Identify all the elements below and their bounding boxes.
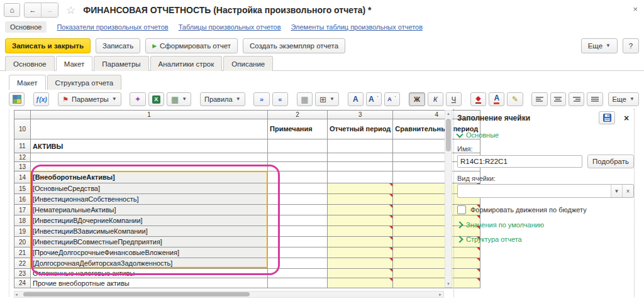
refresh-layout-button[interactable] bbox=[9, 92, 25, 106]
cell-r23c1[interactable]: Отложенные налоговые активы bbox=[31, 269, 268, 278]
align-left-button[interactable] bbox=[531, 92, 547, 106]
forward-button[interactable]: → bbox=[41, 3, 58, 17]
cell-r24c1[interactable]: Прочие внеоборотные активы bbox=[31, 278, 268, 288]
cell-r24c3[interactable] bbox=[328, 278, 393, 288]
section-report-structure[interactable]: Структура отчета bbox=[457, 236, 634, 243]
cell-r21c4[interactable] bbox=[393, 247, 480, 258]
parameters-button[interactable]: ⚑ Параметры ▼ bbox=[58, 92, 121, 106]
generate-report-button[interactable]: ▶ Сформировать отчет bbox=[145, 38, 238, 53]
rules-button[interactable]: Правила ▼ bbox=[200, 92, 245, 106]
cell-r16c2[interactable] bbox=[268, 194, 328, 205]
cell-r19c3[interactable] bbox=[328, 226, 393, 237]
cell-r24c4[interactable] bbox=[393, 278, 480, 288]
horizontal-scrollbar[interactable]: ◄ ► bbox=[14, 291, 444, 298]
name-input[interactable] bbox=[457, 155, 582, 168]
align-right-button[interactable] bbox=[569, 92, 584, 106]
combo-dropdown-icon[interactable]: ▼ bbox=[611, 185, 622, 197]
cell-r22c2[interactable] bbox=[268, 258, 328, 269]
pencil-button[interactable]: ✎ bbox=[507, 92, 523, 106]
expand-all-button[interactable]: » bbox=[253, 92, 269, 106]
col-header-3[interactable]: 3 bbox=[328, 111, 393, 119]
cell-r23c4[interactable] bbox=[393, 269, 480, 278]
cell-r24c2[interactable] bbox=[268, 278, 328, 288]
cell-r12c3[interactable] bbox=[328, 153, 393, 162]
help-button[interactable]: ? bbox=[623, 38, 639, 53]
col-header-2[interactable]: 2 bbox=[268, 111, 328, 119]
more-button[interactable]: Еще ▼ bbox=[581, 38, 618, 53]
cell-r20c3[interactable] bbox=[328, 237, 393, 247]
cell-r13c2[interactable] bbox=[268, 162, 328, 171]
tab-main[interactable]: Основное bbox=[5, 56, 55, 71]
cell-r23c2[interactable] bbox=[268, 269, 328, 278]
scroll-left-icon[interactable]: ◄ bbox=[14, 291, 18, 298]
cell-r17c3[interactable] bbox=[328, 205, 393, 215]
row-header-14[interactable]: 14 bbox=[14, 171, 31, 183]
subtab-report-structure[interactable]: Структура отчета bbox=[47, 75, 122, 90]
cell-r14c2[interactable] bbox=[268, 171, 328, 183]
back-button[interactable]: ← bbox=[25, 3, 41, 17]
row-header-16[interactable]: 16 bbox=[14, 194, 31, 205]
subtab-layout[interactable]: Макет bbox=[9, 75, 46, 90]
cell-kind-combobox[interactable]: ▼ × bbox=[457, 184, 634, 198]
show-names-button[interactable]: ƒ(x) bbox=[33, 92, 49, 106]
row-header-12[interactable]: 12 bbox=[14, 153, 31, 162]
row-header-18[interactable]: 18 bbox=[14, 215, 31, 226]
merge-cells-button[interactable]: ▦ bbox=[297, 92, 313, 106]
nav-link-tables[interactable]: Таблицы произвольных отчетов bbox=[179, 23, 281, 31]
row-header-20[interactable]: 20 bbox=[14, 237, 31, 247]
cell-r13c3[interactable] bbox=[328, 162, 393, 171]
align-justify-button[interactable] bbox=[587, 92, 602, 106]
cell-r15c2[interactable] bbox=[268, 183, 328, 194]
borders-button[interactable]: ⊞ ▼ bbox=[315, 92, 339, 106]
cell-r17c2[interactable] bbox=[268, 205, 328, 215]
panel-save-button[interactable] bbox=[599, 111, 615, 124]
cell-r14c3[interactable] bbox=[328, 171, 393, 183]
text-color-button[interactable]: А bbox=[489, 92, 504, 106]
cell-r15c1[interactable]: [ОсновныеСредства] bbox=[31, 183, 268, 194]
cell-r11c2[interactable] bbox=[268, 139, 328, 153]
panel-close-icon[interactable]: × bbox=[619, 111, 634, 124]
row-header-19[interactable]: 19 bbox=[14, 226, 31, 237]
cell-r17c1[interactable]: [НематериальныеАктивы] bbox=[31, 205, 268, 215]
section-defaults[interactable]: Значения по умолчанию bbox=[457, 221, 634, 229]
cell-r10c2[interactable]: Примечания bbox=[268, 119, 328, 139]
home-button[interactable]: ⌂ bbox=[4, 3, 20, 17]
cell-r11c3[interactable] bbox=[328, 139, 393, 153]
cell-r14c1[interactable]: [ВнеоборотныеАктивы] bbox=[31, 171, 268, 183]
cell-r23c3[interactable] bbox=[328, 269, 393, 278]
cell-r18c3[interactable] bbox=[328, 215, 393, 226]
cell-r21c3[interactable] bbox=[328, 247, 393, 258]
cell-r16c1[interactable]: [ИнвестиционнаяСобственность] bbox=[31, 194, 268, 205]
scroll-right-icon[interactable]: ► bbox=[438, 291, 442, 298]
horizontal-scroll-thumb[interactable] bbox=[23, 292, 250, 296]
tab-layout[interactable]: Макет bbox=[56, 56, 93, 71]
vertical-scrollbar[interactable]: ▲ ▼ bbox=[445, 110, 452, 288]
row-header-24[interactable]: 24 bbox=[14, 278, 31, 288]
font-button[interactable]: А bbox=[348, 92, 364, 106]
font-increase-button[interactable]: А· bbox=[366, 92, 382, 106]
tab-description[interactable]: Описание bbox=[223, 56, 273, 71]
cell-r10c1[interactable] bbox=[31, 119, 268, 139]
tab-row-analytics[interactable]: Аналитики строк bbox=[150, 56, 223, 71]
underline-button[interactable]: Ч bbox=[446, 92, 462, 106]
excel-button[interactable]: X bbox=[148, 92, 164, 106]
row-header-11[interactable]: 11 bbox=[14, 139, 31, 153]
row-header-15[interactable]: 15 bbox=[14, 183, 31, 194]
nav-item-main[interactable]: Основное bbox=[5, 21, 47, 33]
tab-parameters[interactable]: Параметры bbox=[94, 56, 148, 71]
toolbar-more-button[interactable]: Еще ▼ bbox=[608, 92, 639, 106]
nav-link-table-elements[interactable]: Элементы таблиц произвольных отчетов bbox=[291, 23, 423, 31]
font-decrease-button[interactable]: А· bbox=[384, 92, 400, 106]
col-header-1[interactable]: 1 bbox=[31, 111, 268, 119]
row-header-10[interactable]: 10 bbox=[14, 119, 31, 139]
align-center-button[interactable] bbox=[550, 92, 566, 106]
cell-r10c3[interactable]: Отчетный период bbox=[328, 119, 393, 139]
cell-r20c1[interactable]: [ИнвестицииВСовместныеПредприятия] bbox=[31, 237, 268, 247]
collapse-all-button[interactable]: « bbox=[272, 92, 288, 106]
cell-r12c2[interactable] bbox=[268, 153, 328, 162]
save-button[interactable]: Записать bbox=[96, 38, 140, 53]
cell-r18c2[interactable] bbox=[268, 215, 328, 226]
bold-button[interactable]: Ж bbox=[409, 92, 425, 106]
cell-r11c1[interactable]: АКТИВЫ bbox=[31, 139, 268, 153]
cell-r22c1[interactable]: [ДолгосрочнаяДебиторскаяЗадолженность] bbox=[31, 258, 268, 269]
